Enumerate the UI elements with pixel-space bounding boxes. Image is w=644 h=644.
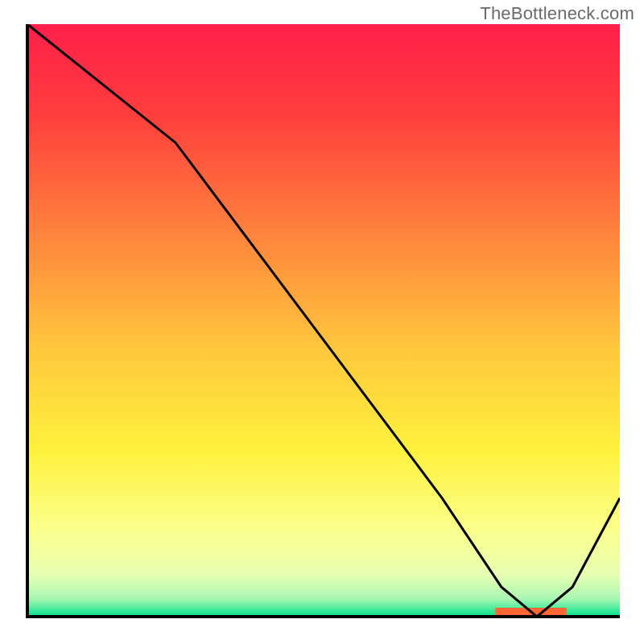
gradient-rect (27, 24, 620, 617)
watermark-text: TheBottleneck.com (480, 3, 634, 24)
plot-svg (24, 24, 620, 620)
plot-area (24, 24, 620, 620)
chart-frame: TheBottleneck.com (0, 0, 644, 644)
